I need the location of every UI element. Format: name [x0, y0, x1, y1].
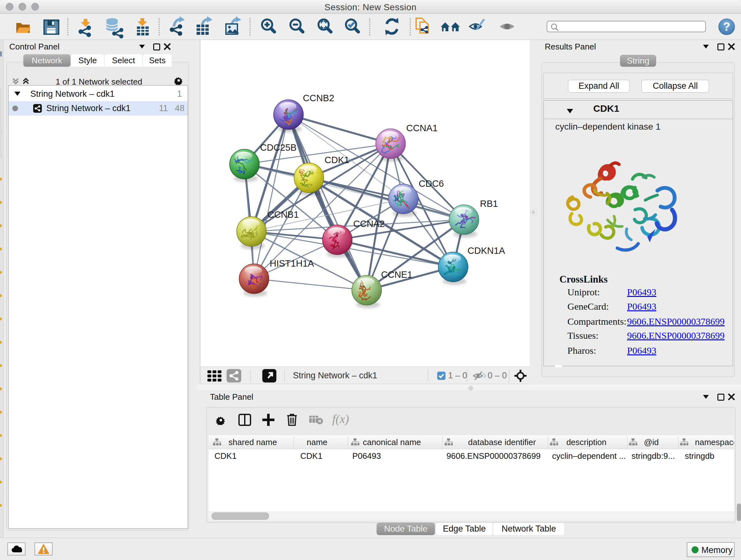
svg-text:CDKN1A: CDKN1A [468, 246, 505, 256]
svg-text:RB1: RB1 [480, 199, 498, 209]
svg-text:CCNA1: CCNA1 [406, 123, 437, 133]
svg-text:CDK1: CDK1 [325, 155, 349, 165]
svg-text:HIST1H1A: HIST1H1A [270, 258, 314, 268]
svg-text:CDC25B: CDC25B [260, 142, 296, 152]
svg-text:CCNE1: CCNE1 [381, 269, 412, 280]
svg-text:CCNB2: CCNB2 [303, 93, 334, 103]
svg-text:CDC6: CDC6 [419, 179, 444, 189]
svg-text:?: ? [723, 20, 730, 33]
svg-text:CCNB1: CCNB1 [267, 209, 299, 220]
svg-text:CCNA2: CCNA2 [353, 219, 385, 229]
